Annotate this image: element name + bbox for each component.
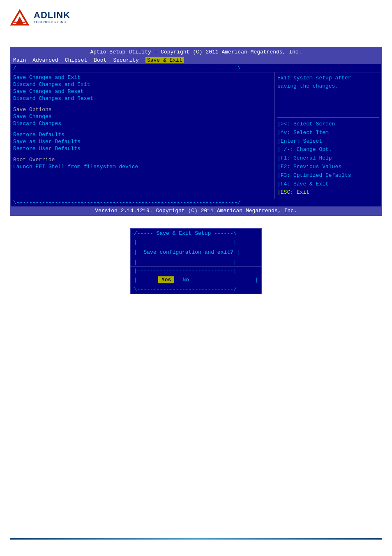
shortcut-enter-select: |Enter: Select: [277, 137, 379, 146]
logo-subtitle: TECHNOLOGY INC.: [34, 21, 70, 24]
right-gap-1: [277, 94, 379, 98]
shortcut-select-screen: |><: Select Screen: [277, 120, 379, 129]
right-gap-2: [277, 98, 379, 102]
menu-restore-user-defaults[interactable]: Restore User Defaults: [13, 145, 272, 152]
dialog-no-button[interactable]: No: [182, 277, 189, 283]
shortcut-esc-exit: |ESC: Exit: [277, 188, 379, 197]
logo-company-name: ADLINK: [34, 11, 70, 20]
menu-save-options-label: Save Options: [13, 106, 272, 113]
adlink-logo-icon: [10, 7, 30, 27]
svg-marker-1: [16, 16, 24, 25]
dialog-divider-line: |------------------------------|: [131, 266, 261, 275]
dialog-question: Save configuration and exit?: [143, 249, 233, 255]
dialog-title: /----- Save & Exit Setup ------\: [131, 229, 261, 238]
shortcut-change-opt: |+/-: Change Opt.: [277, 146, 379, 154]
right-panel-divider: [277, 117, 379, 118]
nav-advanced[interactable]: Advanced: [32, 57, 58, 63]
bios-screen: Aptio Setup Utility – Copyright (C) 2011…: [10, 47, 382, 216]
bios-version-bar: Version 2.14.1219. Copyright (C) 2011 Am…: [11, 206, 381, 215]
menu-discard-changes-reset[interactable]: Discard Changes and Reset: [13, 95, 272, 102]
menu-save-changes-exit[interactable]: Save Changes and Exit: [13, 74, 272, 81]
menu-boot-override-label: Boot Override: [13, 156, 272, 163]
gap-5: [13, 174, 272, 178]
bios-right-panel: Exit system setup after saving the chang…: [274, 72, 381, 199]
bios-nav-bar[interactable]: Main Advanced Chipset Boot Security Save…: [11, 56, 381, 64]
dialog-body: | Save configuration and exit? |: [131, 246, 261, 259]
right-gap-4: [277, 107, 379, 111]
logo-area: ADLINK TECHNOLOGY INC.: [0, 0, 392, 35]
dialog-body-spacer: | |: [131, 238, 261, 246]
nav-save-exit[interactable]: Save & Exit: [145, 57, 184, 63]
menu-save-changes[interactable]: Save Changes: [13, 113, 272, 120]
gap-6: [13, 178, 272, 183]
shortcuts-section: |><: Select Screen |^v: Select Item |Ent…: [277, 120, 379, 197]
dialog-buttons-row: | Yes No |: [131, 275, 261, 286]
shortcut-f2-prev: |F2: Previous Values: [277, 163, 379, 171]
shortcut-select-item: |^v: Select Item: [277, 129, 379, 137]
dialog-pipe-btn-right: |: [226, 277, 258, 283]
dialog-spacer-2: | |: [131, 259, 261, 266]
help-line-1: Exit system setup after: [277, 74, 379, 82]
gap-4: [13, 170, 272, 174]
nav-security[interactable]: Security: [113, 57, 138, 63]
dialog-pipe-right: |: [237, 249, 240, 255]
help-line-2: saving the changes.: [277, 82, 379, 90]
nav-main[interactable]: Main: [13, 57, 26, 63]
nav-chipset[interactable]: Chipset: [65, 57, 88, 63]
shortcut-f3-optimized: |F3: Optimized Defaults: [277, 171, 379, 180]
bios-content-area: Save Changes and Exit Discard Changes an…: [11, 72, 381, 199]
dialog-pipe-left: |: [134, 249, 141, 255]
menu-launch-efi-shell[interactable]: Launch EFI Shell from filesystem device: [13, 163, 272, 170]
bottom-decorative-rule: [10, 538, 382, 540]
dialog-pipe-btn-left: |: [134, 277, 150, 283]
menu-save-user-defaults[interactable]: Save as User Defaults: [13, 138, 272, 145]
dialog-bottom-border: \------------------------------/: [131, 286, 261, 294]
bios-help-section: Exit system setup after saving the chang…: [277, 74, 379, 94]
shortcut-f1-help: |F1: General Help: [277, 154, 379, 163]
gap-2: [13, 127, 272, 131]
right-gap-5: [277, 111, 379, 115]
menu-discard-changes-exit[interactable]: Discard Changes and Exit: [13, 81, 272, 88]
nav-boot[interactable]: Boot: [94, 57, 106, 63]
save-exit-dialog: /----- Save & Exit Setup ------\ | | | S…: [130, 228, 262, 294]
logo-text-block: ADLINK TECHNOLOGY INC.: [34, 11, 70, 24]
menu-restore-defaults[interactable]: Restore Defaults: [13, 131, 272, 138]
top-divider: /---------------------------------------…: [11, 64, 381, 72]
right-gap-3: [277, 102, 379, 107]
gap-1: [13, 102, 272, 106]
dialog-container: /----- Save & Exit Setup ------\ | | | S…: [0, 228, 392, 294]
dialog-yes-button[interactable]: Yes: [158, 276, 174, 283]
menu-save-changes-reset[interactable]: Save Changes and Reset: [13, 88, 272, 95]
bottom-divider: \---------------------------------------…: [11, 199, 381, 206]
shortcut-f4-save: |F4: Save & Exit: [277, 180, 379, 189]
bios-title-bar: Aptio Setup Utility – Copyright (C) 2011…: [11, 48, 381, 56]
gap-3: [13, 152, 272, 156]
bios-left-panel: Save Changes and Exit Discard Changes an…: [11, 72, 274, 199]
menu-discard-changes[interactable]: Discard Changes: [13, 120, 272, 127]
